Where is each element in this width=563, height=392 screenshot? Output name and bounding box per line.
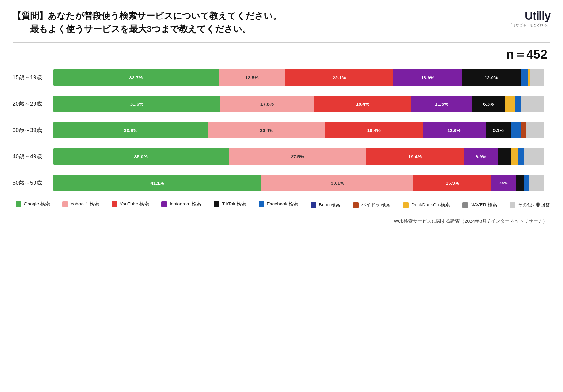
legend-color-naver	[462, 202, 468, 208]
legend-label-duckduckgo: DuckDuckGo 検索	[411, 202, 450, 208]
bar-segment-facebook	[511, 122, 521, 138]
bar-segment-duckduckgo	[505, 96, 514, 112]
bar-segment-other	[526, 122, 544, 138]
bar-segment-other	[530, 69, 544, 86]
n-count: n＝452	[13, 46, 550, 63]
legend-item-facebook: Facebook 検索	[259, 201, 298, 207]
legend-item-baidu: バイドゥ 検索	[353, 201, 391, 209]
legend-label-instagram: Instagram 検索	[170, 201, 201, 207]
bar-segment-google: 35.0%	[53, 148, 229, 165]
logo-sub: 「はかどる」をとどける。	[509, 23, 550, 27]
bar-segment-google: 31.6%	[53, 96, 220, 112]
legend-item-youtube: YouTube 検索	[112, 201, 149, 207]
bar-segment-youtube: 19.4%	[366, 148, 464, 165]
legend-color-yahoo	[62, 201, 68, 207]
legend-color-instagram	[161, 201, 167, 207]
age-label: 20歳～29歳	[13, 100, 53, 108]
chart-row: 50歳～59歳41.1%30.1%15.3%4.9%0%	[53, 175, 544, 191]
bar-segment-tiktok: 0%	[516, 175, 524, 191]
legend-color-bring	[311, 202, 316, 208]
bar-segment-yahoo: 17.8%	[220, 96, 314, 112]
legend-color-baidu	[353, 202, 359, 208]
legend-area: Google 検索Yahoo！ 検索YouTube 検索Instagram 検索…	[13, 201, 550, 209]
bar-segment-instagram: 12.6%	[423, 122, 486, 138]
legend-label-tiktok: TikTok 検索	[222, 201, 246, 207]
bar-container: 30.9%23.4%19.4%12.6%5.1%	[53, 122, 544, 138]
legend-color-google	[16, 201, 21, 207]
bar-segment-facebook	[515, 96, 521, 112]
legend-label-google: Google 検索	[24, 201, 50, 207]
bar-segment-facebook	[521, 69, 528, 86]
legend-item-naver: NAVER 検索	[462, 201, 497, 209]
chart-row: 15歳～19歳33.7%13.5%22.1%13.9%12.0%	[53, 69, 544, 86]
bar-segment-instagram: 6.9%	[464, 148, 498, 165]
bar-segment-tiktok: 5.1%	[486, 122, 511, 138]
legend-color-facebook	[259, 201, 264, 207]
legend-label-baidu: バイドゥ 検索	[361, 202, 391, 208]
bar-segment-yahoo: 13.5%	[219, 69, 285, 86]
bar-segment-other	[529, 175, 544, 191]
bar-segment-facebook	[524, 175, 529, 191]
bar-segment-other	[524, 148, 544, 165]
legend-item-tiktok: TikTok 検索	[214, 201, 246, 207]
bar-segment-duckduckgo	[511, 148, 518, 165]
legend-label-other: その他 / 非回答	[518, 202, 550, 208]
logo-main: Utilly	[525, 9, 550, 23]
legend-item-instagram: Instagram 検索	[161, 201, 201, 207]
bar-segment-instagram: 4.9%	[491, 175, 516, 191]
legend-label-yahoo: Yahoo！ 検索	[71, 201, 99, 207]
legend-label-bring: Bring 検索	[319, 202, 340, 208]
legend-label-facebook: Facebook 検索	[267, 201, 298, 207]
page-wrapper: 【質問】あなたが普段使う検索サービスについて教えてください。 最もよく使うサービ…	[13, 9, 550, 224]
legend-color-youtube	[112, 201, 117, 207]
bar-segment-youtube: 15.3%	[413, 175, 491, 191]
bar-segment-instagram: 11.5%	[411, 96, 472, 112]
footer-note: Web検索サービスに関する調査（2024年3月 / インターネットリサーチ）	[13, 218, 550, 224]
chart-area: 15歳～19歳33.7%13.5%22.1%13.9%12.0%20歳～29歳3…	[13, 69, 550, 191]
bar-segment-tiktok: 6.3%	[472, 96, 505, 112]
bar-segment-yahoo: 27.5%	[229, 148, 366, 165]
legend-label-naver: NAVER 検索	[471, 202, 497, 208]
chart-row: 20歳～29歳31.6%17.8%18.4%11.5%6.3%	[53, 96, 544, 112]
bar-segment-youtube: 19.4%	[325, 122, 423, 138]
bar-segment-yahoo: 23.4%	[208, 122, 325, 138]
legend-color-duckduckgo	[403, 202, 409, 208]
legend-item-yahoo: Yahoo！ 検索	[62, 201, 99, 207]
header: 【質問】あなたが普段使う検索サービスについて教えてください。 最もよく使うサービ…	[13, 9, 550, 43]
chart-row: 30歳～39歳30.9%23.4%19.4%12.6%5.1%	[53, 122, 544, 138]
legend-item-bring: Bring 検索	[311, 201, 340, 209]
bar-segment-google: 41.1%	[53, 175, 261, 191]
legend-item-duckduckgo: DuckDuckGo 検索	[403, 201, 450, 209]
bar-segment-duckduckgo	[528, 69, 530, 86]
bar-container: 33.7%13.5%22.1%13.9%12.0%	[53, 69, 544, 86]
chart-row: 40歳～49歳35.0%27.5%19.4%6.9%2.5%	[53, 148, 544, 165]
bar-segment-tiktok: 12.0%	[462, 69, 521, 86]
age-label: 15歳～19歳	[13, 74, 53, 81]
bar-segment-youtube: 22.1%	[285, 69, 393, 86]
logo: Utilly 「はかどる」をとどける。	[509, 9, 550, 27]
bar-segment-youtube: 18.4%	[314, 96, 411, 112]
age-label: 40歳～49歳	[13, 153, 53, 160]
legend-label-youtube: YouTube 検索	[120, 201, 149, 207]
bar-container: 35.0%27.5%19.4%6.9%2.5%	[53, 148, 544, 165]
bar-segment-tiktok: 2.5%	[498, 148, 511, 165]
bar-segment-instagram: 13.9%	[393, 69, 462, 86]
bar-segment-google: 33.7%	[53, 69, 219, 86]
legend-item-other: その他 / 非回答	[510, 201, 550, 209]
bar-segment-baidu	[521, 122, 526, 138]
age-label: 50歳～59歳	[13, 179, 53, 187]
age-label: 30歳～39歳	[13, 126, 53, 134]
legend-item-google: Google 検索	[16, 201, 50, 207]
bar-segment-other	[521, 96, 544, 112]
bar-segment-google: 30.9%	[53, 122, 208, 138]
bar-segment-facebook	[518, 148, 524, 165]
question-text: 【質問】あなたが普段使う検索サービスについて教えてください。 最もよく使うサービ…	[13, 9, 282, 36]
bar-segment-yahoo: 30.1%	[261, 175, 414, 191]
legend-color-other	[510, 202, 515, 208]
bar-container: 31.6%17.8%18.4%11.5%6.3%	[53, 96, 544, 112]
bar-container: 41.1%30.1%15.3%4.9%0%	[53, 175, 544, 191]
legend-color-tiktok	[214, 201, 219, 207]
